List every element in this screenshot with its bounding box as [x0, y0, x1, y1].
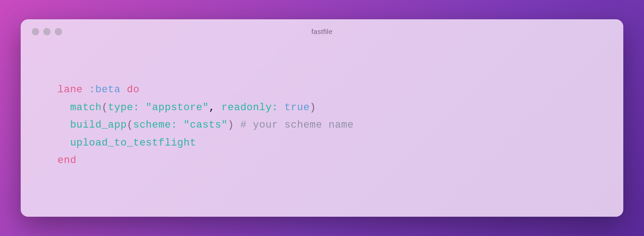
code-line-line2: match(type: "appstore", readonly: true) — [58, 99, 586, 117]
code-line-line5: end — [58, 152, 586, 170]
code-window: fastfile lane :beta do match(type: "apps… — [21, 19, 623, 217]
code-token: "casts" — [184, 119, 228, 131]
code-token: true — [284, 102, 310, 113]
code-token: :beta — [89, 84, 127, 96]
code-area: lane :beta do match(type: "appstore", re… — [21, 44, 623, 217]
code-token: do — [127, 84, 139, 96]
close-button[interactable] — [32, 28, 39, 35]
code-token: "appstore" — [146, 102, 209, 113]
code-token: type: — [108, 102, 146, 113]
code-token: end — [58, 155, 76, 166]
code-token: ) — [228, 119, 234, 131]
code-line-line3: build_app(scheme: "casts") # your scheme… — [58, 117, 586, 135]
window-title: fastfile — [311, 28, 333, 35]
code-token: ( — [127, 119, 133, 131]
minimize-button[interactable] — [43, 28, 51, 35]
code-token: # your scheme name — [234, 119, 354, 131]
traffic-lights — [32, 28, 62, 35]
code-line-line4: upload_to_testflight — [58, 135, 586, 152]
code-token: ( — [102, 102, 108, 113]
code-token: lane — [58, 84, 89, 96]
code-line-line1: lane :beta do — [58, 81, 586, 99]
code-token: ) — [310, 102, 316, 113]
maximize-button[interactable] — [55, 28, 62, 35]
code-token — [58, 102, 70, 113]
code-token: scheme: — [133, 119, 184, 131]
code-token: match — [70, 102, 102, 113]
code-token: readonly: — [221, 102, 284, 113]
code-token: build_app — [70, 119, 126, 131]
title-bar: fastfile — [21, 19, 623, 44]
code-token — [58, 137, 70, 149]
code-token: , — [209, 102, 221, 113]
code-token — [58, 119, 70, 131]
code-token: upload_to_testflight — [70, 137, 196, 149]
